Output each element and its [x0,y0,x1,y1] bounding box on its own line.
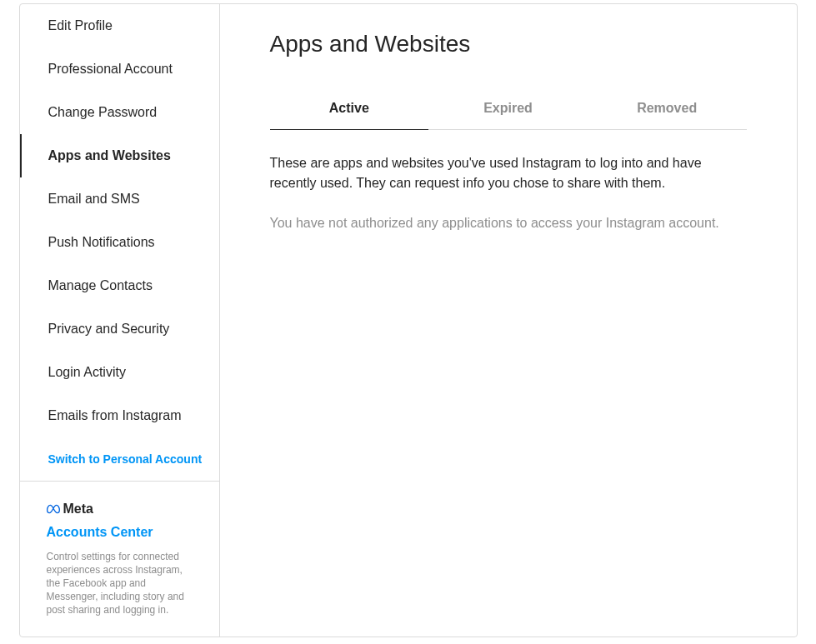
tab-description: These are apps and websites you've used … [270,153,747,193]
tab-removed[interactable]: Removed [588,87,747,130]
sidebar-item-switch-to-personal[interactable]: Switch to Personal Account [20,437,219,481]
tab-expired[interactable]: Expired [428,87,588,130]
sidebar-item-push-notifications[interactable]: Push Notifications [20,221,219,264]
meta-brand-label: Meta [63,502,93,517]
main-content: Apps and Websites Active Expired Removed… [220,4,797,637]
sidebar-item-login-activity[interactable]: Login Activity [20,351,219,394]
sidebar-item-email-and-sms[interactable]: Email and SMS [20,177,219,221]
sidebar-item-manage-contacts[interactable]: Manage Contacts [20,264,219,307]
sidebar-nav: Edit Profile Professional Account Change… [20,4,219,481]
sidebar-item-emails-from-instagram[interactable]: Emails from Instagram [20,394,219,437]
accounts-center-panel: Meta Accounts Center Control settings fo… [20,481,219,637]
settings-sidebar: Edit Profile Professional Account Change… [20,4,220,637]
sidebar-item-professional-account[interactable]: Professional Account [20,47,219,91]
sidebar-item-apps-and-websites[interactable]: Apps and Websites [20,134,219,177]
meta-icon [47,502,60,516]
accounts-center-link[interactable]: Accounts Center [47,525,153,540]
sidebar-item-privacy-and-security[interactable]: Privacy and Security [20,307,219,351]
tabs-row: Active Expired Removed [270,87,747,130]
page-title: Apps and Websites [270,31,747,57]
accounts-center-description: Control settings for connected experienc… [47,550,193,617]
sidebar-item-change-password[interactable]: Change Password [20,91,219,134]
meta-brand: Meta [47,502,193,517]
tab-active[interactable]: Active [270,87,429,130]
sidebar-item-edit-profile[interactable]: Edit Profile [20,4,219,47]
empty-state-message: You have not authorized any applications… [270,213,747,233]
settings-container: Edit Profile Professional Account Change… [19,3,798,637]
